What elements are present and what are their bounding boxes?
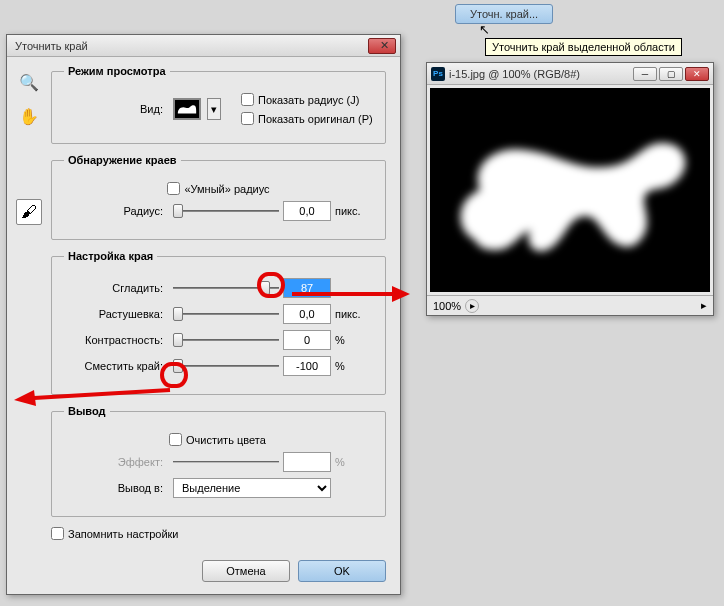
remember-settings-label: Запомнить настройки bbox=[68, 528, 179, 540]
amount-unit: % bbox=[335, 456, 373, 468]
feather-input[interactable] bbox=[283, 304, 331, 324]
minimize-button[interactable]: ─ bbox=[633, 67, 657, 81]
remember-settings-checkbox[interactable] bbox=[51, 527, 64, 540]
image-window: Ps i-15.jpg @ 100% (RGB/8#) ─ ▢ ✕ 100% ▸… bbox=[426, 62, 714, 316]
smooth-slider[interactable] bbox=[173, 280, 279, 296]
svg-marker-1 bbox=[392, 286, 410, 302]
image-canvas[interactable] bbox=[430, 88, 710, 292]
zoom-level[interactable]: 100% bbox=[433, 300, 461, 312]
contrast-slider[interactable] bbox=[173, 332, 279, 348]
feather-unit: пикс. bbox=[335, 308, 373, 320]
output-to-label: Вывод в: bbox=[64, 482, 169, 494]
scroll-arrow-icon[interactable]: ▸ bbox=[701, 299, 707, 312]
shift-edge-input[interactable] bbox=[283, 356, 331, 376]
radius-label: Радиус: bbox=[64, 205, 169, 217]
photoshop-icon: Ps bbox=[431, 67, 445, 81]
svg-line-2 bbox=[34, 390, 170, 398]
view-swatch[interactable] bbox=[173, 98, 201, 120]
image-statusbar: 100% ▸ ▸ bbox=[427, 295, 713, 315]
edge-detection-group: Обнаружение краев «Умный» радиус Радиус:… bbox=[51, 154, 386, 240]
decontaminate-label: Очистить цвета bbox=[186, 434, 266, 446]
decontaminate-checkbox[interactable] bbox=[169, 433, 182, 446]
radius-unit: пикс. bbox=[335, 205, 373, 217]
adjust-edge-legend: Настройка края bbox=[64, 250, 157, 262]
dialog-toolbar: 🔍 ✋ 🖌 bbox=[7, 57, 51, 552]
amount-slider bbox=[173, 454, 279, 470]
contrast-input[interactable] bbox=[283, 330, 331, 350]
radius-slider[interactable] bbox=[173, 203, 279, 219]
show-radius-label: Показать радиус (J) bbox=[258, 94, 359, 106]
feather-label: Растушевка: bbox=[64, 308, 169, 320]
dialog-title: Уточнить край bbox=[11, 40, 368, 52]
refine-edge-dialog: Уточнить край ✕ 🔍 ✋ 🖌 Режим просмотра Ви… bbox=[6, 34, 401, 595]
view-mode-legend: Режим просмотра bbox=[64, 65, 170, 77]
ok-button[interactable]: OK bbox=[298, 560, 386, 582]
amount-input bbox=[283, 452, 331, 472]
refine-radius-tool-icon[interactable]: 🖌 bbox=[16, 199, 42, 225]
cancel-button[interactable]: Отмена bbox=[202, 560, 290, 582]
shift-edge-unit: % bbox=[335, 360, 373, 372]
view-mode-group: Режим просмотра Вид: ▾ Показать радиус (… bbox=[51, 65, 386, 144]
adjust-edge-group: Настройка края Сгладить: Растушевка: пик bbox=[51, 250, 386, 395]
shift-edge-label: Сместить край: bbox=[64, 360, 169, 372]
image-close-button[interactable]: ✕ bbox=[685, 67, 709, 81]
radius-input[interactable] bbox=[283, 201, 331, 221]
image-titlebar[interactable]: Ps i-15.jpg @ 100% (RGB/8#) ─ ▢ ✕ bbox=[427, 63, 713, 85]
contrast-label: Контрастность: bbox=[64, 334, 169, 346]
shift-edge-slider[interactable] bbox=[173, 358, 279, 374]
status-info-icon[interactable]: ▸ bbox=[465, 299, 479, 313]
edge-detection-legend: Обнаружение краев bbox=[64, 154, 181, 166]
output-group: Вывод Очистить цвета Эффект: % Вывод в: bbox=[51, 405, 386, 517]
output-legend: Вывод bbox=[64, 405, 110, 417]
dialog-titlebar[interactable]: Уточнить край ✕ bbox=[7, 35, 400, 57]
close-button[interactable]: ✕ bbox=[368, 38, 396, 54]
zoom-tool-icon[interactable]: 🔍 bbox=[16, 69, 42, 95]
smooth-input[interactable] bbox=[283, 278, 331, 298]
smooth-label: Сгладить: bbox=[64, 282, 169, 294]
close-icon: ✕ bbox=[369, 39, 395, 52]
maximize-button[interactable]: ▢ bbox=[659, 67, 683, 81]
feather-slider[interactable] bbox=[173, 306, 279, 322]
refine-edge-toolbar-button[interactable]: Уточн. край... bbox=[455, 4, 553, 24]
contrast-unit: % bbox=[335, 334, 373, 346]
view-dropdown-arrow-icon[interactable]: ▾ bbox=[207, 98, 221, 120]
smart-radius-label: «Умный» радиус bbox=[184, 183, 269, 195]
hand-tool-icon[interactable]: ✋ bbox=[16, 103, 42, 129]
smart-radius-checkbox[interactable] bbox=[167, 182, 180, 195]
image-window-title: i-15.jpg @ 100% (RGB/8#) bbox=[449, 68, 629, 80]
tooltip: Уточнить край выделенной области bbox=[485, 38, 682, 56]
output-to-select[interactable]: Выделение bbox=[173, 478, 331, 498]
show-original-checkbox[interactable] bbox=[241, 112, 254, 125]
view-label: Вид: bbox=[64, 103, 169, 115]
show-radius-checkbox[interactable] bbox=[241, 93, 254, 106]
amount-label: Эффект: bbox=[64, 456, 169, 468]
cursor-icon: ↖ bbox=[479, 22, 490, 37]
show-original-label: Показать оригинал (P) bbox=[258, 113, 373, 125]
